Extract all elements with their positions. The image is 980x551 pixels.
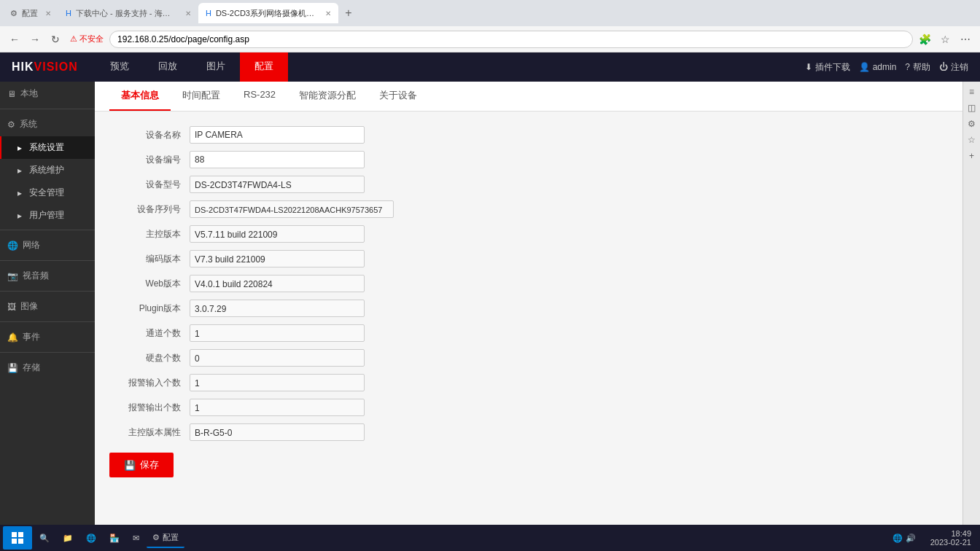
sidebar-event-header[interactable]: 🔔 事件 <box>0 325 95 349</box>
volume-tray-icon: 🔊 <box>906 534 916 543</box>
taskbar-store[interactable]: 🏪 <box>104 528 125 548</box>
back-button[interactable]: ← <box>6 31 23 48</box>
start-button[interactable] <box>3 526 32 550</box>
nav-config[interactable]: 配置 <box>240 52 288 82</box>
label-device-serial: 设备序列号 <box>109 203 190 216</box>
form-row-disks: 硬盘个数 0 <box>109 349 948 367</box>
forward-button[interactable]: → <box>26 31 44 48</box>
sidebar-section-event: 🔔 事件 <box>0 325 95 349</box>
tab3-close[interactable]: ✕ <box>325 9 331 17</box>
tab-time-config[interactable]: 时间配置 <box>171 82 232 111</box>
tab1-favicon: ⚙ <box>10 9 18 18</box>
form-row-web-version: Web版本 V4.0.1 build 220824 <box>109 275 948 292</box>
plugin-icon: ⬇ <box>805 62 812 72</box>
logout-button[interactable]: ⏻ 注销 <box>939 61 968 74</box>
input-device-number[interactable] <box>190 151 365 168</box>
local-icon: 🖥 <box>7 89 16 99</box>
value-alarm-out: 1 <box>190 399 365 416</box>
right-panel-icon-2[interactable]: ◫ <box>965 101 979 115</box>
label-web-version: Web版本 <box>109 278 190 290</box>
settings-button[interactable]: ⋯ <box>957 31 974 48</box>
tab-rs232[interactable]: RS-232 <box>232 82 287 111</box>
network-tray-icon: 🌐 <box>892 534 903 543</box>
address-bar[interactable] <box>109 31 913 48</box>
taskbar-edge[interactable]: 🌐 <box>80 528 102 548</box>
taskbar-clock[interactable]: 18:49 2023-02-21 <box>925 529 977 547</box>
form-row-device-serial: 设备序列号 DS-2CD3T47FWDA4-LS20221208AACHK975… <box>109 200 948 218</box>
tab1-close[interactable]: ✕ <box>45 9 51 17</box>
security-warning: ⚠ 不安全 <box>67 34 106 44</box>
clock-date: 2023-02-21 <box>930 538 971 547</box>
sidebar-system-header[interactable]: ⚙ 系统 <box>0 112 95 136</box>
taskbar-mail[interactable]: ✉ <box>127 528 145 548</box>
right-panel-icon-5[interactable]: + <box>965 149 979 163</box>
plugin-download[interactable]: ⬇ 插件下载 <box>805 61 850 74</box>
app-topbar: HIKVISION 预览 回放 图片 配置 ⬇ 插件下载 👤 admin ? 帮… <box>0 52 980 82</box>
search-icon: 🔍 <box>39 534 50 543</box>
save-label: 保存 <box>140 458 159 472</box>
sidebar-image-header[interactable]: 🖼 图像 <box>0 294 95 319</box>
sidebar-item-security[interactable]: ▸ 安全管理 <box>0 181 95 204</box>
value-device-model: DS-2CD3T47FWDA4-LS <box>190 176 365 193</box>
sub-tabs: 基本信息 时间配置 RS-232 智能资源分配 关于设备 <box>95 82 962 112</box>
taskbar-systray[interactable]: 🌐 🔊 <box>887 528 922 548</box>
sidebar-section-image: 🖼 图像 <box>0 294 95 319</box>
tab-basic-info[interactable]: 基本信息 <box>109 82 171 111</box>
value-encode-version: V7.3 build 221009 <box>190 250 365 267</box>
sidebar-item-maintenance[interactable]: ▸ 系统维护 <box>0 159 95 181</box>
sidebar-local-header[interactable]: 🖥 本地 <box>0 82 95 106</box>
tab1-label: 配置 <box>22 8 38 19</box>
right-panel-icon-1[interactable]: ≡ <box>965 85 979 99</box>
user-mgmt-icon: ▸ <box>15 211 25 221</box>
user-icon: 👤 <box>859 62 870 72</box>
form-row-main-version: 主控版本 V5.7.11 build 221009 <box>109 225 948 243</box>
new-tab-button[interactable]: + <box>338 3 359 23</box>
nav-preview[interactable]: 预览 <box>96 52 144 82</box>
form-area: 设备名称 设备编号 设备型号 DS-2CD3T47FWDA4-LS 设备序列号 … <box>95 112 962 492</box>
sidebar-network-header[interactable]: 🌐 网络 <box>0 233 95 257</box>
taskbar-file-explorer[interactable]: 📁 <box>57 528 79 548</box>
security-icon: ▸ <box>15 188 25 198</box>
value-main-version: V5.7.11 build 221009 <box>190 225 365 243</box>
sidebar: 🖥 本地 ⚙ 系统 ▸ 系统设置 ▸ 系统维护 <box>0 82 95 551</box>
sidebar-item-user[interactable]: ▸ 用户管理 <box>0 204 95 227</box>
tab-smart-resource[interactable]: 智能资源分配 <box>287 82 368 111</box>
nav-playback[interactable]: 回放 <box>144 52 192 82</box>
app-nav: 预览 回放 图片 配置 <box>96 52 805 82</box>
right-panel-icon-3[interactable]: ⚙ <box>965 117 979 131</box>
save-button[interactable]: 💾 保存 <box>109 453 174 477</box>
sidebar-storage-header[interactable]: 💾 存储 <box>0 356 95 380</box>
save-icon: 💾 <box>124 460 136 471</box>
tab2-close[interactable]: ✕ <box>185 9 191 17</box>
nav-picture[interactable]: 图片 <box>192 52 240 82</box>
tab-about-device[interactable]: 关于设备 <box>368 82 429 111</box>
value-disks: 0 <box>190 349 365 367</box>
svg-rect-2 <box>12 539 17 544</box>
value-plugin-version: 3.0.7.29 <box>190 300 365 317</box>
app-logo: HIKVISION <box>12 60 78 74</box>
svg-rect-0 <box>12 532 17 537</box>
label-disks: 硬盘个数 <box>109 352 190 364</box>
maintenance-icon: ▸ <box>15 165 25 176</box>
tab2-label: 下载中心 - 服务支持 - 海康威视 <box>76 8 178 19</box>
form-row-channels: 通道个数 1 <box>109 324 948 342</box>
refresh-button[interactable]: ↻ <box>47 31 64 48</box>
sidebar-item-system-settings[interactable]: ▸ 系统设置 <box>0 136 95 159</box>
browser-tab-2[interactable]: H 下载中心 - 服务支持 - 海康威视 ✕ <box>58 3 198 23</box>
help-button[interactable]: ? 帮助 <box>905 61 930 74</box>
store-icon: 🏪 <box>109 534 120 543</box>
form-row-encode-version: 编码版本 V7.3 build 221009 <box>109 250 948 267</box>
browser-tab-1[interactable]: ⚙ 配置 ✕ <box>3 3 58 23</box>
label-device-name: 设备名称 <box>109 129 190 141</box>
browser-tab-3[interactable]: H DS-2CD3系列网络摄像机升级程序 ✕ <box>198 3 338 23</box>
sidebar-section-network: 🌐 网络 <box>0 233 95 257</box>
right-panel-icon-4[interactable]: ☆ <box>965 133 979 147</box>
favorites-button[interactable]: ☆ <box>936 31 954 48</box>
taskbar-hikvision[interactable]: ⚙ 配置 <box>147 528 184 548</box>
app-nav-right: ⬇ 插件下载 👤 admin ? 帮助 ⏻ 注销 <box>805 61 968 74</box>
user-admin[interactable]: 👤 admin <box>859 62 897 72</box>
input-device-name[interactable] <box>190 126 365 144</box>
taskbar-search[interactable]: 🔍 <box>34 528 55 548</box>
sidebar-video-header[interactable]: 📷 视音频 <box>0 264 95 288</box>
extensions-button[interactable]: 🧩 <box>916 31 933 48</box>
